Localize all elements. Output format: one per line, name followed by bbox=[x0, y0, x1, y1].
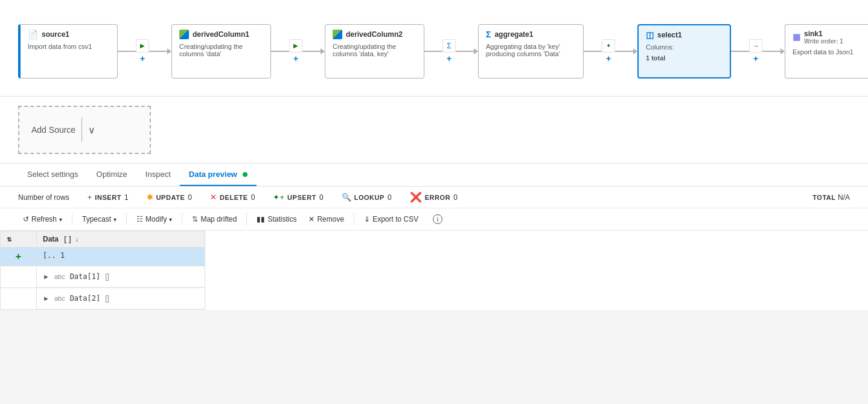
connector-5: → + bbox=[731, 39, 785, 63]
refresh-icon: ↺ bbox=[23, 215, 29, 223]
update-value: 0 bbox=[188, 193, 192, 202]
node-title: aggregate1 bbox=[494, 30, 533, 39]
sink-mid-icon: → bbox=[749, 39, 762, 53]
stat-insert: + INSERT 1 bbox=[88, 193, 129, 202]
node-title: sink1 bbox=[804, 30, 843, 38]
lookup-label: LOOKUP bbox=[354, 194, 385, 201]
tabs-bar: Select settings Optimize Inspect Data pr… bbox=[0, 164, 868, 187]
connector-3: Σ + bbox=[424, 39, 478, 63]
sub-row-data2[interactable]: ► abc Data[2] [] bbox=[37, 288, 205, 310]
delete-label: DELETE bbox=[220, 194, 248, 201]
upsert-label: UPSERT bbox=[287, 194, 316, 201]
pipeline-node-aggregate1[interactable]: Σ aggregate1 Aggregating data by 'key' p… bbox=[478, 24, 584, 79]
connector-plus[interactable]: + bbox=[140, 54, 145, 63]
remove-label: Remove bbox=[317, 215, 344, 223]
sub-row-data1[interactable]: ► abc Data[1] [] bbox=[37, 266, 205, 288]
modify-label: Modify bbox=[145, 215, 167, 223]
remove-icon: ✕ bbox=[308, 215, 314, 223]
tab-select-settings[interactable]: Select settings bbox=[18, 164, 88, 186]
pipeline-node-sink1[interactable]: ▦ sink1 Write order: 1 Export data to Js… bbox=[785, 24, 868, 79]
node-description: Creating/updating the columns 'data, key… bbox=[333, 43, 416, 57]
remove-button[interactable]: ✕ Remove bbox=[304, 213, 349, 226]
stat-lookup: 🔍 LOOKUP 0 bbox=[342, 193, 392, 202]
data-cell-1[interactable]: [.. 1 bbox=[37, 248, 205, 266]
node-description-line2: 1 total bbox=[646, 54, 723, 62]
sub-item-brackets-2: [] bbox=[105, 294, 109, 303]
toolbar-divider-1 bbox=[72, 213, 72, 225]
node-title: derivedColumn2 bbox=[346, 30, 403, 39]
typecast-button[interactable]: Typecast ▾ bbox=[77, 213, 121, 226]
data-type-2: abc bbox=[54, 295, 65, 302]
pipeline-node-select1[interactable]: ◫ select1 Columns: 1 total bbox=[637, 24, 731, 79]
connector-1: ▶ + bbox=[118, 39, 171, 63]
node-description: Export data to Json1 bbox=[793, 48, 868, 56]
modify-chevron: ▾ bbox=[169, 216, 172, 223]
add-source-label: Add Source bbox=[31, 125, 75, 135]
sort-icon: ⇅ bbox=[7, 236, 11, 243]
pipeline-node-derivedColumn2[interactable]: derivedColumn2 Creating/updating the col… bbox=[325, 24, 424, 79]
typecast-chevron: ▾ bbox=[113, 216, 116, 223]
statistics-icon: ▮▮ bbox=[257, 215, 265, 223]
sink-icon: ▦ bbox=[793, 32, 800, 42]
tab-data-preview-label: Data preview bbox=[189, 170, 237, 179]
upsert-value: 0 bbox=[319, 193, 324, 202]
data-col-sort-icon: ↓ bbox=[75, 236, 78, 243]
table-row-sub2: ► abc Data[2] [] bbox=[1, 288, 205, 310]
expand-chevron-2[interactable]: ► bbox=[43, 295, 49, 302]
select-mid-icon: ✦ bbox=[602, 39, 615, 53]
stat-upsert: ✦+ UPSERT 0 bbox=[273, 193, 323, 202]
data-column-header[interactable]: Data [ ] ↓ bbox=[37, 231, 205, 248]
map-drifted-icon: ⇅ bbox=[192, 215, 198, 223]
expand-plus-icon[interactable]: + bbox=[16, 251, 21, 261]
connector-4: ✦ + bbox=[584, 39, 637, 63]
insert-icon: + bbox=[88, 193, 92, 202]
statistics-button[interactable]: ▮▮ Statistics bbox=[252, 213, 301, 226]
toolbar-divider-3 bbox=[182, 213, 182, 225]
connector-plus[interactable]: + bbox=[606, 54, 611, 63]
modify-button[interactable]: ☷ Modify ▾ bbox=[132, 213, 177, 226]
refresh-button[interactable]: ↺ Refresh ▾ bbox=[18, 213, 67, 226]
table-row-1[interactable]: + [.. 1 bbox=[1, 248, 205, 266]
data-table: ⇅ Data [ ] ↓ + [.. 1 bbox=[0, 231, 205, 310]
modify-icon: ☷ bbox=[136, 215, 143, 223]
delete-icon: ✕ bbox=[210, 193, 217, 202]
map-drifted-button[interactable]: ⇅ Map drifted bbox=[187, 213, 241, 226]
connector-plus[interactable]: + bbox=[447, 54, 452, 63]
agg-mid-icon: Σ bbox=[442, 39, 456, 53]
cell-value-1: [.. 1 bbox=[43, 251, 65, 260]
update-icon: ✱ bbox=[147, 193, 153, 202]
sub-row-indent-2 bbox=[1, 288, 37, 310]
expand-chevron-1[interactable]: ► bbox=[43, 273, 49, 280]
upsert-icon: ✦+ bbox=[273, 193, 284, 202]
chevron-down-icon: ∨ bbox=[88, 124, 95, 136]
export-csv-label: Export to CSV bbox=[372, 215, 418, 223]
connector-plus[interactable]: + bbox=[753, 54, 758, 63]
lookup-icon: 🔍 bbox=[342, 193, 351, 202]
node-description: Import data from csv1 bbox=[28, 43, 110, 50]
connector-plus[interactable]: + bbox=[293, 54, 298, 63]
pipeline-node-source1[interactable]: 📄 source1 Import data from csv1 bbox=[18, 24, 118, 79]
source-icon: 📄 bbox=[28, 30, 38, 39]
number-of-rows-label: Number of rows bbox=[18, 193, 69, 202]
map-drifted-label: Map drifted bbox=[200, 215, 237, 223]
pipeline-node-derivedColumn1[interactable]: derivedColumn1 Creating/updating the col… bbox=[171, 24, 271, 79]
statistics-label: Statistics bbox=[267, 215, 296, 223]
export-csv-button[interactable]: ⇓ Export to CSV bbox=[359, 213, 423, 226]
tab-inspect[interactable]: Inspect bbox=[136, 164, 180, 186]
node-title: select1 bbox=[657, 31, 682, 39]
tab-optimize[interactable]: Optimize bbox=[88, 164, 136, 186]
update-label: UPDATE bbox=[156, 194, 185, 201]
info-button[interactable]: i bbox=[428, 212, 447, 226]
total-value: N/A bbox=[838, 193, 850, 202]
error-label: ERROR bbox=[425, 194, 450, 201]
tab-data-preview[interactable]: Data preview bbox=[180, 164, 257, 186]
pipeline-canvas: 📄 source1 Import data from csv1 ▶ + bbox=[0, 0, 868, 97]
toolbar-divider-2 bbox=[126, 213, 127, 225]
row-index-1: + bbox=[1, 248, 37, 266]
data-preview-dot bbox=[243, 172, 247, 177]
data-col-bracket-icon: [ ] bbox=[64, 235, 71, 243]
select-icon: ◫ bbox=[646, 30, 654, 40]
node-title: source1 bbox=[42, 30, 69, 39]
add-source-button[interactable]: Add Source ∨ bbox=[18, 106, 151, 154]
download-icon: ⇓ bbox=[364, 215, 370, 223]
